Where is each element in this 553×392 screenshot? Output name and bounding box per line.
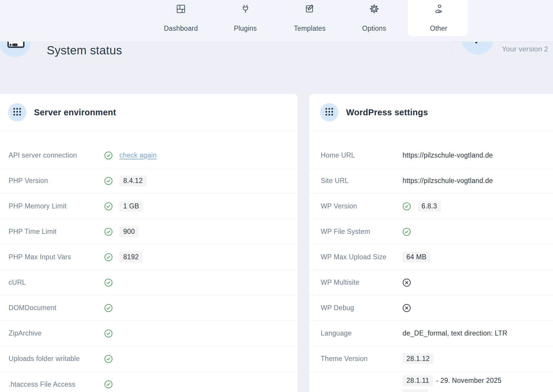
row-label: Home URL [321,151,403,159]
tab-templates[interactable]: Templates [278,0,342,42]
table-row: WP Debug [309,295,553,321]
row-value: https://pilzschule-vogtland.de [403,151,493,159]
success-check-icon [104,380,113,388]
table-row: WP Multisite [309,270,553,295]
row-label: WP Multisite [321,278,403,286]
row-label: Theme Version [321,355,403,363]
tab-label: Other [430,25,447,33]
gear-icon [369,3,380,16]
row-label: PHP Version [9,177,104,185]
tab-label: Plugins [234,25,257,33]
support-hand-icon [433,3,444,16]
value-badge: 900 [119,226,139,237]
success-check-icon [403,202,411,210]
success-check-icon [104,278,113,287]
status-list: API server connection check again PHP Ve… [0,131,298,392]
version-info-card: Your version 2 [451,42,553,66]
table-row: WP Max Upload Size 64 MB [309,244,553,270]
grip-dots-icon [324,107,334,118]
changelog-list: 28.1.11 - 29. November 2025 [403,375,502,392]
success-check-icon [104,355,113,363]
tab-plugins[interactable]: Plugins [213,0,278,42]
tab-label: Options [362,25,386,33]
table-row: WP File System [309,219,553,244]
row-label: WP File System [321,228,403,236]
table-row: API server connection check again [0,143,298,168]
server-environment-card: Server environment API server connection… [0,94,298,392]
row-label: Language [321,329,403,337]
table-row: PHP Max Input Vars 8192 [0,244,298,270]
row-label: WP Debug [321,304,403,312]
table-row: Uploads folder writable [0,346,298,372]
row-label: ZipArchive [9,329,104,337]
drag-handle[interactable] [320,103,338,122]
grip-dots-icon [12,107,22,118]
tab-options[interactable]: Options [342,0,406,42]
success-check-icon [104,253,113,261]
table-row: cURL [0,270,298,295]
tab-other[interactable]: Other [406,0,471,42]
success-check-icon [104,177,113,185]
version-icon-circle [461,42,494,55]
page-title: System status [47,44,122,57]
tab-label: Dashboard [164,25,198,33]
main-nav: Dashboard Plugins Templates Options Othe… [149,0,471,42]
plug-icon [240,3,251,16]
success-check-icon [104,304,113,312]
row-label: Uploads folder writable [9,355,104,363]
row-value: de_DE_formal, text direction: LTR [403,329,507,337]
wordpress-settings-card: WordPress settings Home URL https://pilz… [309,94,553,392]
value-badge: 8.4.12 [119,175,147,186]
row-label: PHP Memory Limit [9,202,104,210]
changelog-entry: 28.1.11 - 29. November 2025 [403,375,502,386]
changelog-date: - 29. November 2025 [436,377,502,385]
tab-label: Templates [294,25,326,33]
row-label: WP Version [321,202,403,210]
value-badge: 64 MB [403,252,430,263]
dashboard-grid-icon [175,3,187,16]
card-title: Server environment [34,108,116,117]
success-check-icon [104,202,113,210]
row-label: Site URL [321,177,403,185]
value-badge: 6.8.3 [418,201,441,212]
tab-dashboard[interactable]: Dashboard [149,0,213,42]
status-list: Home URL https://pilzschule-vogtland.de … [309,131,553,392]
table-row: PHP Version 8.4.12 [0,168,298,194]
drag-handle[interactable] [8,103,26,122]
value-badge: 8192 [119,252,142,263]
table-row: Home URL https://pilzschule-vogtland.de [309,143,553,168]
version-badge: 28.1.11 [403,375,433,386]
version-note: Your version 2 [502,45,548,53]
changelog-entry-partial [403,389,502,392]
row-label: cURL [9,278,104,286]
success-check-icon [104,228,113,236]
version-badge [403,389,428,392]
table-row: Language de_DE_formal, text direction: L… [309,321,553,346]
success-check-icon [104,151,113,160]
table-row: ZipArchive [0,321,298,346]
row-label: WP Max Upload Size [321,253,403,261]
check-again-link[interactable]: check again [119,151,157,159]
disabled-cross-icon [403,304,411,312]
card-header: Server environment [0,94,298,131]
row-value: https://pilzschule-vogtland.de [403,177,493,185]
row-label: PHP Max Input Vars [9,253,104,261]
disabled-cross-icon [403,278,411,287]
table-row: .htaccess File Access [0,372,298,392]
table-row: DOMDocument [0,295,298,321]
changelog-row: 28.1.11 - 29. November 2025 [309,372,553,392]
table-row: WP Version 6.8.3 [309,194,553,219]
value-badge: 1 GB [119,201,143,212]
table-row: Site URL https://pilzschule-vogtland.de [309,168,553,194]
value-badge: 28.1.12 [403,353,434,364]
template-edit-icon [304,3,315,16]
row-label: DOMDocument [9,304,104,312]
success-check-icon [403,228,411,236]
row-label: PHP Time Limit [9,228,104,236]
row-label: .htaccess File Access [9,380,104,388]
row-label: API server connection [9,151,104,159]
table-row: PHP Memory Limit 1 GB [0,194,298,219]
card-header: WordPress settings [309,94,553,131]
table-row: Theme Version 28.1.12 [309,346,553,372]
success-check-icon [104,329,113,338]
